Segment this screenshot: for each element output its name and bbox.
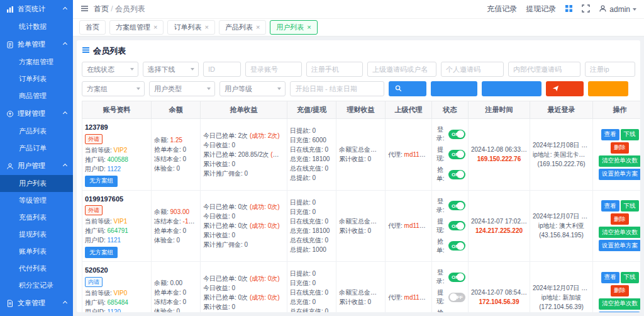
offline-button[interactable]: 下线: [621, 200, 639, 212]
id-input[interactable]: [203, 62, 241, 77]
withdraw-toggle[interactable]: ON: [448, 221, 465, 230]
sidebar-group-article-mgmt[interactable]: 文章管理: [0, 294, 73, 312]
login-toggle[interactable]: ON: [448, 201, 465, 210]
tab-user-list[interactable]: 用户列表×: [270, 20, 317, 35]
personal-invite-code-input[interactable]: [441, 62, 504, 77]
sidebar-group-label: 理财管理: [18, 109, 45, 118]
clear-grab-count-button[interactable]: 清空抢单次数: [599, 298, 640, 310]
col-parent-agent: 上级代理: [386, 101, 432, 119]
sidebar-group-wealth-mgmt[interactable]: 理财管理: [0, 104, 73, 123]
refresh-cache-button[interactable]: 刷新缓存: [588, 81, 628, 96]
set-grab-plan-button[interactable]: 设置抢单方案: [599, 240, 640, 251]
user-level-select[interactable]: 用户等级: [219, 81, 286, 96]
user-type-select[interactable]: 用户类型: [149, 81, 215, 96]
tab-home[interactable]: 首页: [79, 20, 106, 35]
batch-add-user-button[interactable]: + 批量添加用户: [482, 81, 541, 96]
date-range-picker[interactable]: 开始日期 - 结束日期: [290, 81, 384, 96]
sidebar-item-withdraw-list[interactable]: 提现列表: [0, 226, 73, 243]
close-icon[interactable]: ×: [307, 24, 311, 31]
view-button[interactable]: 查看: [601, 129, 619, 140]
no-plan-group-button[interactable]: 无方案组: [85, 176, 118, 187]
parent-invite-code-input[interactable]: [367, 62, 436, 77]
withdraw-toggle[interactable]: ON: [448, 150, 465, 159]
sidebar-item-stats-data[interactable]: 统计数据: [0, 18, 73, 35]
recharge-records-link[interactable]: 充值记录: [487, 4, 517, 14]
withdraw-records-link[interactable]: 提现记录: [526, 4, 556, 14]
breadcrumb-separator: /: [111, 4, 115, 13]
chevron-down-icon: [191, 68, 194, 71]
login-account-input[interactable]: [245, 62, 302, 77]
offline-button[interactable]: 下线: [621, 272, 639, 283]
promo-label: 推广码:: [85, 299, 106, 306]
register-phone-input[interactable]: [306, 62, 363, 77]
agent-invite-code-input[interactable]: [508, 62, 580, 77]
menu-collapse-icon[interactable]: [80, 4, 89, 14]
login-toggle[interactable]: ON: [448, 273, 465, 282]
close-icon[interactable]: ×: [204, 24, 208, 31]
sidebar-item-label: 统计数据: [19, 23, 47, 30]
online-status-select[interactable]: 在线状态: [82, 62, 138, 77]
withdraw-toggle[interactable]: OFF: [448, 293, 465, 302]
sidebar-item-plan-group[interactable]: 方案组管理: [0, 54, 73, 71]
close-icon[interactable]: ×: [153, 24, 157, 31]
sidebar-item-user-list[interactable]: 用户列表: [0, 175, 73, 192]
apps-grid-icon[interactable]: [565, 4, 573, 14]
select-downline-select[interactable]: 选择下线: [143, 62, 199, 77]
income-text: 今日收益: 0: [203, 285, 235, 291]
sidebar-item-points-records[interactable]: 积分宝记录: [0, 277, 73, 294]
sidebar-item-article-list[interactable]: 文章列表: [0, 312, 73, 316]
add-user-button[interactable]: + 添加用户: [431, 81, 477, 96]
export-button[interactable]: 导 出: [546, 81, 584, 96]
offline-button[interactable]: 下线: [621, 129, 639, 140]
sidebar-item-product-list[interactable]: 产品列表: [0, 123, 73, 140]
sidebar-item-recharge-list[interactable]: 充值列表: [0, 209, 73, 226]
uid-label: 用户ID:: [85, 237, 106, 244]
login-toggle[interactable]: ON: [448, 130, 465, 139]
tab-plan-group[interactable]: 方案组管理×: [109, 20, 164, 35]
search-button[interactable]: 搜 索: [389, 81, 426, 96]
sidebar-item-label: 订单列表: [19, 75, 47, 82]
sidebar-item-product-orders[interactable]: 产品订单: [0, 140, 73, 157]
sidebar-item-order-list[interactable]: 订单列表: [0, 71, 73, 87]
delete-button[interactable]: 删除: [611, 285, 629, 296]
delete-button[interactable]: 删除: [611, 142, 629, 154]
sidebar-item-bill-list[interactable]: 账单列表: [0, 243, 73, 260]
balance-label: 冻结本金:: [154, 155, 181, 162]
level-label: 当前等级:: [85, 290, 112, 296]
tab-order-list[interactable]: 订单列表×: [167, 20, 214, 35]
sidebar-item-goods-mgmt[interactable]: 商品管理: [0, 87, 73, 104]
set-grab-plan-button[interactable]: 设置抢单方案: [599, 169, 640, 180]
sidebar-item-label: 方案组管理: [19, 58, 53, 65]
clear-grab-count-button[interactable]: 清空抢单次数: [599, 155, 640, 167]
admin-menu[interactable]: admin: [599, 4, 636, 14]
close-icon[interactable]: ×: [256, 24, 260, 31]
sidebar-group-home-stats[interactable]: 首页统计: [0, 0, 73, 18]
sidebar-group-grab-mgmt[interactable]: 抢单管理: [0, 35, 73, 54]
income-text: 累计推广佣金: 0: [203, 170, 248, 177]
plan-group-select[interactable]: 方案组: [82, 81, 145, 96]
view-button[interactable]: 查看: [601, 272, 619, 283]
set-grab-plan-button[interactable]: 设置抢单方案: [599, 312, 640, 312]
level-value: VIP2: [114, 147, 128, 154]
last-login-ip: (169.150.222.76): [533, 159, 590, 169]
sidebar-item-proxy-pay-list[interactable]: 代付列表: [0, 260, 73, 277]
no-plan-group-button[interactable]: 无方案组: [85, 247, 118, 258]
grab-toggle[interactable]: ON: [448, 241, 465, 251]
breadcrumb-home[interactable]: 首页: [94, 4, 109, 13]
balance-line: 体验金: 0: [154, 235, 197, 245]
income-line: 今日收益: 0: [203, 283, 284, 293]
register-ip-input[interactable]: [585, 62, 635, 77]
sidebar-group-user-mgmt[interactable]: 用户管理: [0, 157, 73, 175]
balance-line: 余额: 903.00: [154, 207, 197, 217]
wealth-line: 累计收益: 0: [339, 297, 382, 307]
clear-grab-count-button[interactable]: 清空抢单次数: [599, 227, 640, 238]
balance-line: 体验金: 0: [154, 164, 197, 173]
view-button[interactable]: 查看: [601, 200, 619, 212]
search-button-label: 搜 索: [404, 84, 420, 94]
tab-product-list[interactable]: 产品列表×: [219, 20, 266, 35]
sidebar-item-level-mgmt[interactable]: 等级管理: [0, 192, 73, 209]
delete-button[interactable]: 删除: [611, 213, 629, 225]
grab-toggle[interactable]: ON: [448, 170, 465, 179]
account-promo-line: 推广码: 685484: [85, 298, 148, 307]
fullscreen-icon[interactable]: [582, 4, 590, 14]
